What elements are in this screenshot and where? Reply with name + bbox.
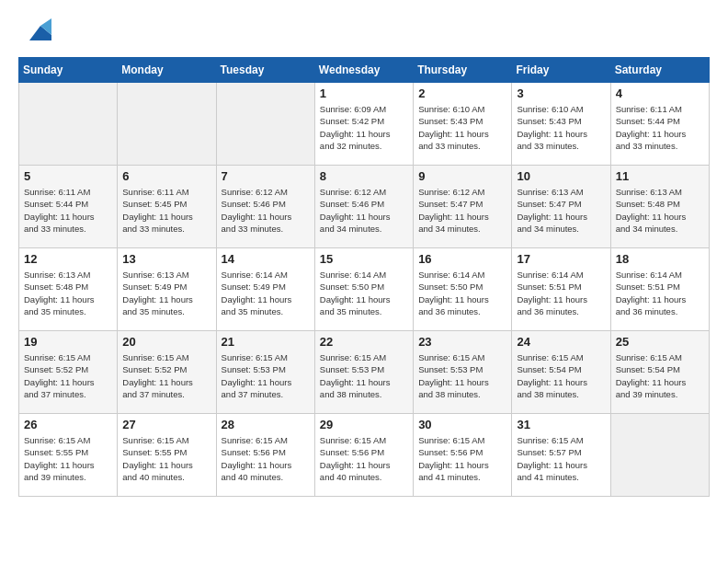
day-number: 7 xyxy=(222,169,310,183)
logo-icon xyxy=(22,18,51,48)
day-cell-4: 4Sunrise: 6:11 AM Sunset: 5:44 PM Daylig… xyxy=(610,83,709,166)
day-cell-17: 17Sunrise: 6:14 AM Sunset: 5:51 PM Dayli… xyxy=(512,248,610,331)
day-number: 19 xyxy=(24,335,112,349)
day-number: 6 xyxy=(122,169,210,183)
day-number: 31 xyxy=(517,418,605,431)
day-cell-14: 14Sunrise: 6:14 AM Sunset: 5:49 PM Dayli… xyxy=(216,248,314,331)
day-cell-2: 2Sunrise: 6:10 AM Sunset: 5:43 PM Daylig… xyxy=(414,83,512,166)
day-cell-25: 25Sunrise: 6:15 AM Sunset: 5:54 PM Dayli… xyxy=(610,331,709,414)
day-cell-11: 11Sunrise: 6:13 AM Sunset: 5:48 PM Dayli… xyxy=(610,166,709,248)
day-number: 8 xyxy=(320,169,408,183)
day-cell-27: 27Sunrise: 6:15 AM Sunset: 5:55 PM Dayli… xyxy=(118,414,216,497)
day-info: Sunrise: 6:12 AM Sunset: 5:47 PM Dayligh… xyxy=(418,186,506,235)
day-cell-24: 24Sunrise: 6:15 AM Sunset: 5:54 PM Dayli… xyxy=(512,331,610,414)
day-number: 23 xyxy=(418,335,506,349)
day-number: 27 xyxy=(122,418,210,431)
day-cell-18: 18Sunrise: 6:14 AM Sunset: 5:51 PM Dayli… xyxy=(610,248,709,331)
day-info: Sunrise: 6:13 AM Sunset: 5:47 PM Dayligh… xyxy=(517,186,605,235)
day-number: 21 xyxy=(222,335,310,349)
day-info: Sunrise: 6:15 AM Sunset: 5:56 PM Dayligh… xyxy=(320,434,408,483)
day-info: Sunrise: 6:15 AM Sunset: 5:56 PM Dayligh… xyxy=(222,434,310,483)
day-number: 20 xyxy=(122,335,210,349)
day-info: Sunrise: 6:12 AM Sunset: 5:46 PM Dayligh… xyxy=(222,186,310,235)
day-cell-6: 6Sunrise: 6:11 AM Sunset: 5:45 PM Daylig… xyxy=(118,166,216,248)
calendar: SundayMondayTuesdayWednesdayThursdayFrid… xyxy=(18,57,710,497)
day-cell-9: 9Sunrise: 6:12 AM Sunset: 5:47 PM Daylig… xyxy=(414,166,512,248)
day-cell-28: 28Sunrise: 6:15 AM Sunset: 5:56 PM Dayli… xyxy=(216,414,314,497)
day-info: Sunrise: 6:15 AM Sunset: 5:54 PM Dayligh… xyxy=(517,351,605,400)
weekday-header-monday: Monday xyxy=(118,58,216,83)
day-number: 24 xyxy=(517,335,605,349)
week-row-5: 26Sunrise: 6:15 AM Sunset: 5:55 PM Dayli… xyxy=(19,414,710,497)
day-number: 1 xyxy=(320,86,408,100)
day-number: 28 xyxy=(222,418,310,431)
day-cell-5: 5Sunrise: 6:11 AM Sunset: 5:44 PM Daylig… xyxy=(19,166,118,248)
day-number: 17 xyxy=(517,252,605,266)
week-row-1: 1Sunrise: 6:09 AM Sunset: 5:42 PM Daylig… xyxy=(19,83,710,166)
day-number: 29 xyxy=(320,418,408,431)
weekday-header-wednesday: Wednesday xyxy=(314,58,413,83)
day-info: Sunrise: 6:15 AM Sunset: 5:55 PM Dayligh… xyxy=(24,434,112,483)
day-info: Sunrise: 6:11 AM Sunset: 5:44 PM Dayligh… xyxy=(24,186,112,235)
day-cell-22: 22Sunrise: 6:15 AM Sunset: 5:53 PM Dayli… xyxy=(314,331,413,414)
day-info: Sunrise: 6:10 AM Sunset: 5:43 PM Dayligh… xyxy=(517,103,605,152)
weekday-header-saturday: Saturday xyxy=(610,58,709,83)
day-info: Sunrise: 6:14 AM Sunset: 5:50 PM Dayligh… xyxy=(418,269,506,317)
day-cell-7: 7Sunrise: 6:12 AM Sunset: 5:46 PM Daylig… xyxy=(216,166,314,248)
day-number: 15 xyxy=(320,252,408,266)
day-number: 4 xyxy=(616,86,704,100)
day-info: Sunrise: 6:15 AM Sunset: 5:52 PM Dayligh… xyxy=(24,351,112,400)
day-cell-20: 20Sunrise: 6:15 AM Sunset: 5:52 PM Dayli… xyxy=(118,331,216,414)
week-row-3: 12Sunrise: 6:13 AM Sunset: 5:48 PM Dayli… xyxy=(19,248,710,331)
empty-cell xyxy=(118,83,216,166)
day-number: 3 xyxy=(517,86,605,100)
day-info: Sunrise: 6:15 AM Sunset: 5:56 PM Dayligh… xyxy=(418,434,506,483)
day-info: Sunrise: 6:14 AM Sunset: 5:51 PM Dayligh… xyxy=(517,269,605,317)
day-info: Sunrise: 6:13 AM Sunset: 5:48 PM Dayligh… xyxy=(616,186,704,235)
day-info: Sunrise: 6:15 AM Sunset: 5:57 PM Dayligh… xyxy=(517,434,605,483)
day-info: Sunrise: 6:15 AM Sunset: 5:52 PM Dayligh… xyxy=(122,351,210,400)
weekday-header-tuesday: Tuesday xyxy=(216,58,314,83)
day-number: 9 xyxy=(418,169,506,183)
day-number: 5 xyxy=(24,169,112,183)
day-info: Sunrise: 6:15 AM Sunset: 5:53 PM Dayligh… xyxy=(222,351,310,400)
day-info: Sunrise: 6:15 AM Sunset: 5:54 PM Dayligh… xyxy=(616,351,704,400)
day-number: 14 xyxy=(222,252,310,266)
empty-cell xyxy=(19,83,118,166)
day-number: 12 xyxy=(24,252,112,266)
day-cell-10: 10Sunrise: 6:13 AM Sunset: 5:47 PM Dayli… xyxy=(512,166,610,248)
day-info: Sunrise: 6:12 AM Sunset: 5:46 PM Dayligh… xyxy=(320,186,408,235)
day-cell-23: 23Sunrise: 6:15 AM Sunset: 5:53 PM Dayli… xyxy=(414,331,512,414)
weekday-header-row: SundayMondayTuesdayWednesdayThursdayFrid… xyxy=(19,58,710,83)
day-cell-29: 29Sunrise: 6:15 AM Sunset: 5:56 PM Dayli… xyxy=(314,414,413,497)
day-info: Sunrise: 6:11 AM Sunset: 5:44 PM Dayligh… xyxy=(616,103,704,152)
day-number: 18 xyxy=(616,252,704,266)
day-cell-26: 26Sunrise: 6:15 AM Sunset: 5:55 PM Dayli… xyxy=(19,414,118,497)
day-number: 25 xyxy=(616,335,704,349)
day-cell-8: 8Sunrise: 6:12 AM Sunset: 5:46 PM Daylig… xyxy=(314,166,413,248)
day-info: Sunrise: 6:15 AM Sunset: 5:53 PM Dayligh… xyxy=(320,351,408,400)
empty-cell xyxy=(610,414,709,497)
empty-cell xyxy=(216,83,314,166)
day-number: 22 xyxy=(320,335,408,349)
day-cell-16: 16Sunrise: 6:14 AM Sunset: 5:50 PM Dayli… xyxy=(414,248,512,331)
day-cell-12: 12Sunrise: 6:13 AM Sunset: 5:48 PM Dayli… xyxy=(19,248,118,331)
day-number: 2 xyxy=(418,86,506,100)
day-cell-1: 1Sunrise: 6:09 AM Sunset: 5:42 PM Daylig… xyxy=(314,83,413,166)
day-cell-3: 3Sunrise: 6:10 AM Sunset: 5:43 PM Daylig… xyxy=(512,83,610,166)
week-row-4: 19Sunrise: 6:15 AM Sunset: 5:52 PM Dayli… xyxy=(19,331,710,414)
day-cell-31: 31Sunrise: 6:15 AM Sunset: 5:57 PM Dayli… xyxy=(512,414,610,497)
day-cell-30: 30Sunrise: 6:15 AM Sunset: 5:56 PM Dayli… xyxy=(414,414,512,497)
day-info: Sunrise: 6:14 AM Sunset: 5:50 PM Dayligh… xyxy=(320,269,408,317)
day-cell-19: 19Sunrise: 6:15 AM Sunset: 5:52 PM Dayli… xyxy=(19,331,118,414)
day-info: Sunrise: 6:13 AM Sunset: 5:49 PM Dayligh… xyxy=(122,269,210,317)
day-info: Sunrise: 6:09 AM Sunset: 5:42 PM Dayligh… xyxy=(320,103,408,152)
day-info: Sunrise: 6:14 AM Sunset: 5:51 PM Dayligh… xyxy=(616,269,704,317)
day-info: Sunrise: 6:15 AM Sunset: 5:55 PM Dayligh… xyxy=(122,434,210,483)
weekday-header-sunday: Sunday xyxy=(19,58,118,83)
day-number: 13 xyxy=(122,252,210,266)
day-number: 11 xyxy=(616,169,704,183)
day-cell-15: 15Sunrise: 6:14 AM Sunset: 5:50 PM Dayli… xyxy=(314,248,413,331)
day-cell-13: 13Sunrise: 6:13 AM Sunset: 5:49 PM Dayli… xyxy=(118,248,216,331)
day-number: 10 xyxy=(517,169,605,183)
